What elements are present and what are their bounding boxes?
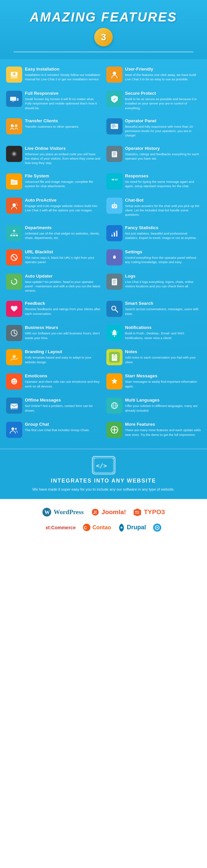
- transfer-icon: [6, 118, 22, 134]
- svg-text:C: C: [84, 525, 87, 530]
- auto-updater-title: Auto Updater: [25, 274, 101, 279]
- notify-icon: [106, 325, 123, 341]
- offline-messages-title: Offline Messages: [25, 398, 101, 403]
- transfer-clients-title: Transfer Clients: [25, 118, 101, 123]
- feature-notes: Notes Add notes to each conversation you…: [104, 345, 204, 369]
- logs-text: Logs Live Chat 3 logs everything, logins…: [125, 274, 201, 289]
- svg-rect-72: [109, 304, 120, 314]
- shield-icon: ✓: [106, 91, 123, 107]
- feature-url-blacklist: URL Blacklist The name says it, black li…: [3, 245, 104, 270]
- svg-text:!: !: [13, 73, 14, 75]
- branding-layout-text: Branding / Layout Fully template based a…: [25, 349, 101, 364]
- operator-panel-text: Operator Panel Beautiful and fully respo…: [125, 118, 201, 138]
- notes-text: Notes Add notes to each conversation you…: [125, 349, 201, 364]
- features-grid: ! Easy Installation Installation in 5 mi…: [3, 62, 204, 442]
- notifications-desc: Build in Push-, Desktop-, Email- and SMS…: [125, 331, 201, 340]
- business-hours-title: Business Hours: [25, 325, 101, 330]
- feature-group-chat: Group Chat The first Live Chat that incl…: [3, 418, 104, 442]
- responses-desc: No need for typing the same message agai…: [125, 180, 201, 188]
- notes-icon: [106, 349, 123, 365]
- svg-point-93: [15, 380, 16, 381]
- offline-messages-text: Offline Messages Not Online? Not a probl…: [25, 398, 101, 413]
- search-icon: [106, 301, 123, 317]
- branding-layout-title: Branding / Layout: [25, 349, 101, 354]
- departments-desc: Unlimited use of the chat widget on webs…: [25, 231, 101, 240]
- chat-bot-desc: Setup auto answers for the chat until yo…: [125, 204, 201, 217]
- emoticons-title: Emoticons: [25, 373, 101, 378]
- header-title: AMAZING FEATURES: [7, 10, 200, 25]
- starr-messages-text: Starr Messages Starr messages to easily …: [125, 373, 201, 389]
- svg-rect-8: [10, 97, 16, 101]
- files-icon: [6, 174, 22, 189]
- header-divider: [14, 52, 193, 53]
- group-icon: [6, 422, 22, 438]
- svg-point-83: [13, 355, 15, 358]
- svg-point-125: [156, 527, 158, 528]
- feature-full-responsive: Full Responsive Small Screen big Screen …: [3, 87, 104, 114]
- notes-title: Notes: [125, 349, 201, 354]
- fancy-statistics-title: Fancy Statistics: [125, 225, 201, 230]
- departments-text: Departments Unlimited use of the chat wi…: [25, 225, 101, 240]
- secure-protect-title: Secure Protect: [125, 91, 201, 96]
- svg-rect-30: [113, 155, 116, 155]
- url-blacklist-desc: The name says it, black list URL's right…: [25, 255, 101, 265]
- integrates-title: INTEGRATES INTO ANY WEBSITE: [7, 478, 200, 484]
- responses-title: Responses: [125, 174, 201, 179]
- logs-desc: Live Chat 3 logs everything, logins, cha…: [125, 280, 201, 289]
- svg-point-15: [15, 124, 18, 127]
- transfer-clients-text: Transfer Clients Transfer customers to o…: [25, 118, 101, 129]
- joomla-logo: J! Joomla!: [90, 507, 126, 517]
- svg-text:W: W: [45, 509, 50, 515]
- xtcommerce-text: xt:Commerce: [46, 525, 75, 530]
- svg-rect-67: [113, 280, 116, 281]
- svg-rect-68: [113, 281, 115, 282]
- svg-rect-50: [13, 235, 15, 236]
- svg-text:</>: </>: [96, 462, 107, 469]
- smart-search-text: Smart Search Search across conversations…: [125, 301, 201, 316]
- svg-point-39: [12, 203, 16, 207]
- svg-rect-89: [114, 353, 115, 355]
- logos-section: W WordPress J! Joomla! T3 TYPO3 xt:Comme…: [0, 499, 207, 547]
- feature-starr-messages: Starr Messages Starr messages to easily …: [104, 369, 204, 394]
- svg-text:": ": [115, 178, 118, 185]
- chat-bot-title: Chat-Bot: [125, 197, 201, 203]
- logs-icon: [106, 274, 123, 290]
- install-icon: !: [6, 66, 22, 83]
- multi-languages-text: Multi Languages Offer your solution in d…: [125, 398, 201, 413]
- drupal-logo: Drupal: [118, 523, 146, 532]
- offline-messages-desc: Not Online? Not a problem, contact form …: [25, 404, 101, 413]
- svg-rect-2: [11, 77, 18, 78]
- auto-proactive-text: Auto ProActive Engage and Auto engage we…: [25, 197, 101, 213]
- svg-rect-87: [113, 357, 115, 358]
- svg-rect-51: [16, 235, 18, 236]
- svg-point-91: [11, 378, 17, 384]
- feature-user-friendly: User-Friendly Most of the features one c…: [104, 62, 204, 87]
- feature-operator-history: Operator History Statistics, ratings and…: [104, 142, 204, 169]
- header-section: AMAZING FEATURES 3: [0, 0, 207, 59]
- svg-point-46: [114, 202, 115, 203]
- svg-rect-20: [112, 127, 114, 128]
- heart-icon: [6, 301, 22, 317]
- logs-title: Logs: [125, 274, 201, 279]
- feature-chat-bot: Chat-Bot Setup auto answers for the chat…: [104, 193, 204, 221]
- svg-point-43: [115, 205, 116, 207]
- svg-rect-55: [111, 235, 113, 237]
- integrates-desc: We have made it super easy for you to in…: [7, 487, 200, 492]
- svg-rect-56: [114, 232, 115, 237]
- operator-history-title: Operator History: [125, 146, 201, 151]
- svg-rect-10: [12, 101, 14, 102]
- emoticons-desc: Operator and client side can use emotico…: [25, 379, 101, 389]
- user-friendly-text: User-Friendly Most of the features one c…: [125, 66, 201, 82]
- file-system-desc: Advanced file and image manager, complet…: [25, 180, 101, 188]
- branding-icon: [6, 349, 22, 365]
- fancy-statistics-desc: Not just statistics, beautiful and profe…: [125, 231, 201, 240]
- starr-messages-title: Starr Messages: [125, 373, 201, 378]
- feature-auto-proactive: Auto ProActive Engage and Auto engage we…: [3, 193, 104, 221]
- auto-proactive-title: Auto ProActive: [25, 197, 101, 203]
- smart-search-desc: Search across conversations, messages, u…: [125, 307, 201, 316]
- history-icon: [106, 146, 123, 162]
- svg-text:J!: J!: [93, 510, 97, 515]
- svg-point-122: [121, 527, 123, 529]
- svg-rect-88: [113, 358, 116, 359]
- feature-operator-panel: Operator Panel Beautiful and fully respo…: [104, 114, 204, 142]
